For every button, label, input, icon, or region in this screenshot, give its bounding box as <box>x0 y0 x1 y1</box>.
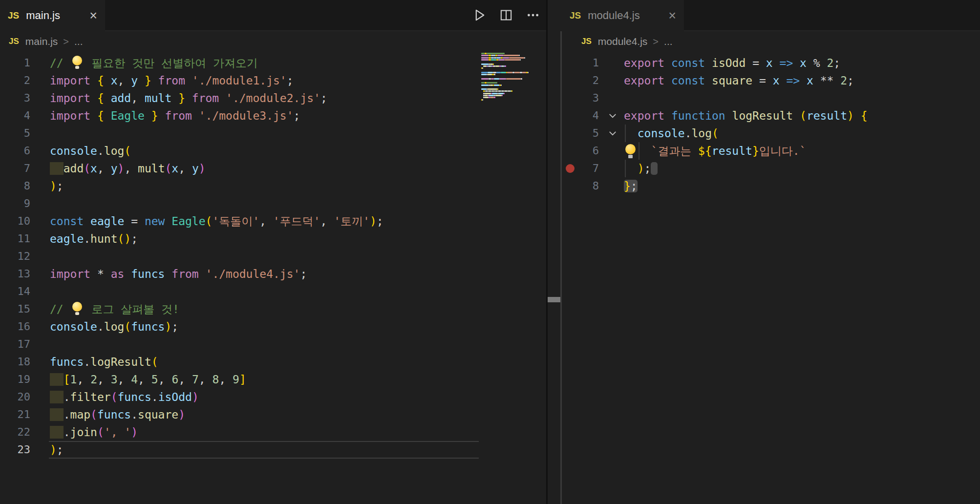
code-line[interactable]: 1// 필요한 것만 선별하여 가져오기 <box>0 54 546 72</box>
minimap-line <box>481 82 485 84</box>
code-token: x <box>90 162 97 175</box>
code-line[interactable]: 11eagle.hunt(); <box>0 230 546 248</box>
code-line[interactable]: 7 ); <box>562 160 980 177</box>
breadcrumb[interactable]: JS module4.js > ... <box>581 31 673 52</box>
code-token: ( <box>793 109 807 122</box>
code-line[interactable]: 4import { Eagle } from './module3.js'; <box>0 107 546 125</box>
code-line[interactable]: 19 [1, 2, 3, 4, 5, 6, 7, 8, 9] <box>0 371 546 388</box>
tab-module4-js[interactable]: JS module4.js × <box>562 0 684 31</box>
code-line[interactable]: 5 console.log( <box>562 125 980 142</box>
code-text: add(x, y), mult(x, y) <box>50 160 206 177</box>
minimap-line <box>495 95 502 96</box>
minimap-line <box>485 93 491 94</box>
code-token: '토끼' <box>334 215 370 228</box>
code-token: ; <box>631 180 638 192</box>
editor-main-js[interactable]: 1// 필요한 것만 선별하여 가져오기2import { x, y } fro… <box>0 52 546 459</box>
code-line[interactable]: 23); <box>0 441 546 459</box>
tab-main-js[interactable]: JS main.js × <box>0 0 105 31</box>
code-line[interactable]: 1export const isOdd = x => x % 2; <box>562 54 980 72</box>
javascript-file-icon: JS <box>8 10 19 21</box>
code-token: { <box>97 109 111 122</box>
code-token: './module1.js' <box>192 74 287 87</box>
close-icon[interactable]: × <box>89 9 97 22</box>
line-number: 21 <box>0 406 30 423</box>
code-token: export <box>624 109 671 122</box>
line-number: 2 <box>562 72 599 89</box>
tab-bar-right: JS module4.js × <box>562 0 980 31</box>
code-token: y <box>131 74 138 87</box>
line-number: 22 <box>0 423 30 441</box>
minimap-line <box>490 63 493 65</box>
code-token: console <box>50 145 97 157</box>
fold-chevron-icon[interactable] <box>608 111 618 121</box>
code-token: y <box>192 162 199 175</box>
close-icon[interactable]: × <box>668 9 676 22</box>
line-number: 5 <box>0 125 30 142</box>
breadcrumb[interactable]: JS main.js > ... <box>9 31 83 52</box>
code-token: result <box>712 145 752 157</box>
code-token: , <box>77 373 90 386</box>
code-line[interactable]: 7 add(x, y), mult(x, y) <box>0 160 546 177</box>
code-token: x <box>766 57 773 69</box>
breadcrumb-symbol[interactable]: ... <box>664 36 673 47</box>
sash-handle[interactable] <box>548 297 560 302</box>
code-line[interactable]: 10const eagle = new Eagle('독돌이', '푸드덕', … <box>0 212 546 230</box>
code-line[interactable]: 15// 로그 살펴볼 것! <box>0 300 546 318</box>
code-line[interactable]: 2import { x, y } from './module1.js'; <box>0 72 546 89</box>
code-line[interactable]: 5 <box>0 125 546 142</box>
code-line[interactable]: 12 <box>0 248 546 265</box>
code-token: , <box>178 162 192 175</box>
code-line[interactable]: 13import * as funcs from './module4.js'; <box>0 265 546 283</box>
minimap-line <box>490 84 493 86</box>
minimap[interactable] <box>481 53 536 111</box>
code-token: . <box>84 232 90 245</box>
code-token: funcs <box>50 356 84 368</box>
code-line[interactable]: 8); <box>0 177 546 195</box>
highlight-box: }; <box>624 180 638 192</box>
highlight-box <box>651 162 658 175</box>
code-text: import { x, y } from './module1.js'; <box>50 72 294 89</box>
code-text: ); <box>624 160 658 177</box>
code-token: ** <box>813 74 840 87</box>
code-line[interactable]: 21 .map(funcs.square) <box>0 406 546 423</box>
code-line[interactable]: 3import { add, mult } from './module2.js… <box>0 89 546 107</box>
code-line[interactable]: 4export function logResult (result) { <box>562 107 980 125</box>
breadcrumb-file[interactable]: main.js <box>25 36 58 47</box>
minimap-line <box>481 88 487 90</box>
code-token: * <box>97 268 111 280</box>
minimap-line <box>494 74 495 75</box>
code-line[interactable]: 3 <box>562 89 980 107</box>
code-token: ( <box>712 127 719 140</box>
line-number: 17 <box>0 336 30 353</box>
code-token <box>50 373 64 386</box>
code-token: result <box>807 109 847 122</box>
fold-chevron-icon[interactable] <box>608 128 618 138</box>
line-number: 1 <box>0 54 30 72</box>
code-text: ); <box>50 177 64 195</box>
code-line[interactable]: 18funcs.logResult( <box>0 353 546 371</box>
code-token: hunt <box>90 232 117 245</box>
code-line[interactable]: 14 <box>0 283 546 300</box>
code-token: join <box>70 426 97 439</box>
code-line[interactable]: 6console.log( <box>0 142 546 160</box>
code-token: ) <box>50 180 57 192</box>
run-button[interactable] <box>472 8 487 22</box>
code-line[interactable]: 16console.log(funcs); <box>0 318 546 336</box>
code-line[interactable]: 17 <box>0 336 546 353</box>
code-line[interactable]: 22 .join(', ') <box>0 423 546 441</box>
minimap-line <box>528 72 529 73</box>
code-line[interactable]: 2export const square = x => x ** 2; <box>562 72 980 89</box>
breadcrumb-file[interactable]: module4.js <box>598 36 648 47</box>
code-line[interactable]: 20 .filter(funcs.isOdd) <box>0 388 546 406</box>
more-actions-button[interactable] <box>526 8 540 22</box>
code-line[interactable]: 8}; <box>562 177 980 195</box>
split-editor-button[interactable] <box>499 8 513 22</box>
bulb-emoji-icon <box>70 56 85 69</box>
breakpoint-icon[interactable] <box>566 164 575 173</box>
code-token: 필요한 것만 선별하여 가져오기 <box>85 57 258 69</box>
minimap-line <box>501 84 502 86</box>
code-line[interactable]: 6 `결과는 ${result}입니다.` <box>562 142 980 160</box>
code-line[interactable]: 9 <box>0 195 546 212</box>
breadcrumb-symbol[interactable]: ... <box>74 36 83 47</box>
editor-module4-js[interactable]: 1export const isOdd = x => x % 2;2export… <box>562 52 980 195</box>
